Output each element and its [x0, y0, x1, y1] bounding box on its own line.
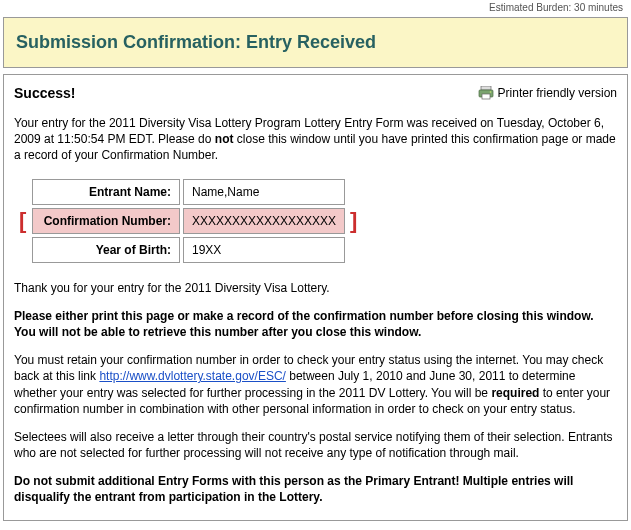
printer-icon: [478, 86, 494, 100]
title-bar: Submission Confirmation: Entry Received: [3, 17, 628, 68]
bracket-left-icon: [: [19, 208, 26, 233]
success-heading: Success!: [14, 85, 75, 101]
entrant-name-label: Entrant Name:: [32, 179, 180, 205]
svg-rect-0: [481, 86, 491, 90]
retain-paragraph: You must retain your confirmation number…: [14, 352, 617, 417]
table-row: Year of Birth: 19XX: [17, 237, 360, 263]
entrant-name-value: Name,Name: [183, 179, 345, 205]
estimated-burden: Estimated Burden: 30 minutes: [0, 0, 631, 15]
year-of-birth-value: 19XX: [183, 237, 345, 263]
confirmation-number-label: Confirmation Number:: [32, 208, 180, 234]
intro-paragraph: Your entry for the 2011 Diversity Visa L…: [14, 115, 617, 164]
table-row: Entrant Name: Name,Name: [17, 179, 360, 205]
printer-friendly-link[interactable]: Printer friendly version: [478, 86, 617, 100]
printer-friendly-label: Printer friendly version: [498, 86, 617, 100]
content-frame: Success! Printer friendly version Your e…: [3, 74, 628, 521]
table-row: [ Confirmation Number: XXXXXXXXXXXXXXXXX…: [17, 208, 360, 234]
thanks-paragraph: Thank you for your entry for the 2011 Di…: [14, 280, 617, 296]
warning-paragraph: Please either print this page or make a …: [14, 308, 617, 340]
confirmation-table: Entrant Name: Name,Name [ Confirmation N…: [14, 176, 363, 266]
svg-point-3: [489, 91, 491, 93]
bracket-right-icon: ]: [350, 208, 357, 233]
no-submit-paragraph: Do not submit additional Entry Forms wit…: [14, 473, 617, 505]
year-of-birth-label: Year of Birth:: [32, 237, 180, 263]
page-title: Submission Confirmation: Entry Received: [16, 32, 615, 53]
selectees-paragraph: Selectees will also receive a letter thr…: [14, 429, 617, 461]
status-check-link[interactable]: http://www.dvlottery.state.gov/ESC/: [99, 369, 286, 383]
svg-rect-2: [482, 94, 490, 99]
confirmation-number-value: XXXXXXXXXXXXXXXXXX: [183, 208, 345, 234]
